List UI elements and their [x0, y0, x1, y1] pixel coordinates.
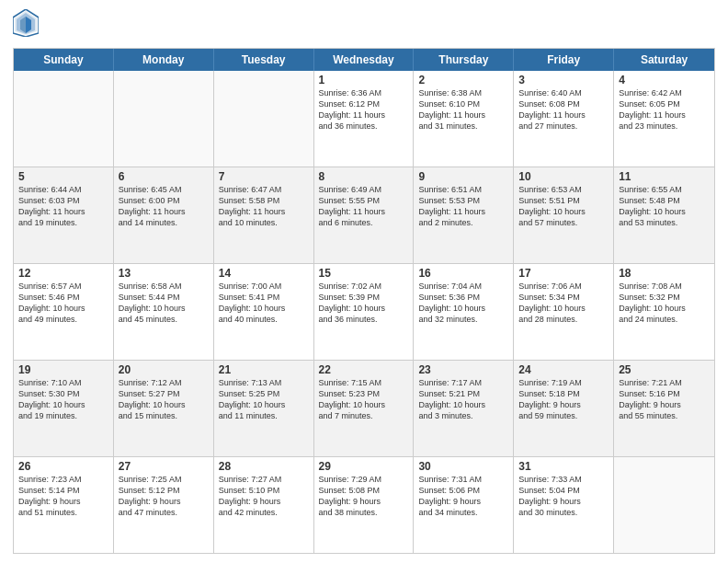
calendar-cell-26: 26Sunrise: 7:23 AM Sunset: 5:14 PM Dayli… [14, 457, 114, 553]
calendar-row-2: 12Sunrise: 6:57 AM Sunset: 5:46 PM Dayli… [14, 263, 714, 360]
calendar-row-0: 1Sunrise: 6:36 AM Sunset: 6:12 PM Daylig… [14, 71, 714, 167]
calendar-row-4: 26Sunrise: 7:23 AM Sunset: 5:14 PM Dayli… [14, 456, 714, 553]
cell-daylight-info: Sunrise: 7:00 AM Sunset: 5:41 PM Dayligh… [219, 281, 309, 326]
cell-daylight-info: Sunrise: 7:31 AM Sunset: 5:06 PM Dayligh… [418, 474, 508, 519]
calendar-cell-8: 8Sunrise: 6:49 AM Sunset: 5:55 PM Daylig… [314, 167, 415, 263]
cell-daylight-info: Sunrise: 6:55 AM Sunset: 5:48 PM Dayligh… [619, 184, 710, 229]
cell-daylight-info: Sunrise: 7:06 AM Sunset: 5:34 PM Dayligh… [518, 281, 609, 326]
calendar-cell-19: 19Sunrise: 7:10 AM Sunset: 5:30 PM Dayli… [14, 361, 114, 456]
cell-daylight-info: Sunrise: 6:47 AM Sunset: 5:58 PM Dayligh… [219, 184, 309, 229]
cell-date-number: 15 [319, 267, 409, 280]
calendar-cell-17: 17Sunrise: 7:06 AM Sunset: 5:34 PM Dayli… [514, 264, 614, 360]
calendar-cell-18: 18Sunrise: 7:08 AM Sunset: 5:32 PM Dayli… [614, 264, 714, 360]
calendar-cell-20: 20Sunrise: 7:12 AM Sunset: 5:27 PM Dayli… [114, 361, 214, 456]
cell-date-number: 26 [18, 460, 108, 473]
cell-date-number: 5 [18, 170, 108, 183]
cell-daylight-info: Sunrise: 6:53 AM Sunset: 5:51 PM Dayligh… [518, 184, 609, 229]
cell-daylight-info: Sunrise: 6:38 AM Sunset: 6:10 PM Dayligh… [418, 87, 508, 132]
cell-daylight-info: Sunrise: 6:51 AM Sunset: 5:53 PM Dayligh… [418, 184, 508, 229]
calendar-row-3: 19Sunrise: 7:10 AM Sunset: 5:30 PM Dayli… [14, 360, 714, 456]
cell-date-number: 27 [119, 460, 209, 473]
calendar-cell-6: 6Sunrise: 6:45 AM Sunset: 6:00 PM Daylig… [114, 167, 214, 263]
cell-daylight-info: Sunrise: 7:12 AM Sunset: 5:27 PM Dayligh… [119, 377, 209, 422]
calendar-cell-22: 22Sunrise: 7:15 AM Sunset: 5:23 PM Dayli… [314, 361, 415, 456]
cell-date-number: 31 [518, 460, 609, 473]
calendar-header: SundayMondayTuesdayWednesdayThursdayFrid… [14, 49, 714, 71]
calendar-cell-4: 4Sunrise: 6:42 AM Sunset: 6:05 PM Daylig… [614, 71, 714, 167]
cell-date-number: 25 [619, 363, 710, 376]
cell-daylight-info: Sunrise: 7:13 AM Sunset: 5:25 PM Dayligh… [219, 377, 309, 422]
calendar-cell-24: 24Sunrise: 7:19 AM Sunset: 5:18 PM Dayli… [514, 361, 614, 456]
cell-date-number: 22 [319, 363, 409, 376]
calendar-cell-29: 29Sunrise: 7:29 AM Sunset: 5:08 PM Dayli… [314, 457, 415, 553]
calendar-cell-25: 25Sunrise: 7:21 AM Sunset: 5:16 PM Dayli… [614, 361, 714, 456]
calendar-cell-28: 28Sunrise: 7:27 AM Sunset: 5:10 PM Dayli… [214, 457, 314, 553]
logo-icon [13, 9, 39, 37]
cell-date-number: 10 [518, 170, 609, 183]
cell-daylight-info: Sunrise: 6:49 AM Sunset: 5:55 PM Dayligh… [319, 184, 409, 229]
cell-date-number: 1 [319, 74, 409, 86]
cell-date-number: 8 [319, 170, 409, 183]
calendar-cell-14: 14Sunrise: 7:00 AM Sunset: 5:41 PM Dayli… [214, 264, 314, 360]
calendar-cell-27: 27Sunrise: 7:25 AM Sunset: 5:12 PM Dayli… [114, 457, 214, 553]
calendar-cell-empty-0-1 [114, 71, 214, 167]
calendar-cell-10: 10Sunrise: 6:53 AM Sunset: 5:51 PM Dayli… [514, 167, 614, 263]
cell-date-number: 18 [619, 267, 710, 280]
cell-date-number: 9 [418, 170, 508, 183]
calendar-cell-30: 30Sunrise: 7:31 AM Sunset: 5:06 PM Dayli… [414, 457, 514, 553]
calendar-cell-13: 13Sunrise: 6:58 AM Sunset: 5:44 PM Dayli… [114, 264, 214, 360]
cell-daylight-info: Sunrise: 6:44 AM Sunset: 6:03 PM Dayligh… [18, 184, 108, 229]
cell-date-number: 28 [219, 460, 309, 473]
cell-date-number: 21 [219, 363, 309, 376]
cell-date-number: 11 [619, 170, 710, 183]
calendar-cell-23: 23Sunrise: 7:17 AM Sunset: 5:21 PM Dayli… [414, 361, 514, 456]
calendar-cell-3: 3Sunrise: 6:40 AM Sunset: 6:08 PM Daylig… [514, 71, 614, 167]
calendar-cell-1: 1Sunrise: 6:36 AM Sunset: 6:12 PM Daylig… [314, 71, 415, 167]
calendar-row-1: 5Sunrise: 6:44 AM Sunset: 6:03 PM Daylig… [14, 167, 714, 263]
cell-date-number: 2 [418, 74, 508, 86]
cell-daylight-info: Sunrise: 7:27 AM Sunset: 5:10 PM Dayligh… [219, 474, 309, 519]
calendar-cell-16: 16Sunrise: 7:04 AM Sunset: 5:36 PM Dayli… [414, 264, 514, 360]
calendar-cell-31: 31Sunrise: 7:33 AM Sunset: 5:04 PM Dayli… [514, 457, 614, 553]
cell-daylight-info: Sunrise: 7:15 AM Sunset: 5:23 PM Dayligh… [319, 377, 409, 422]
cell-date-number: 16 [418, 267, 508, 280]
cell-daylight-info: Sunrise: 6:42 AM Sunset: 6:05 PM Dayligh… [619, 87, 710, 132]
cell-daylight-info: Sunrise: 7:29 AM Sunset: 5:08 PM Dayligh… [319, 474, 409, 519]
logo [13, 9, 42, 40]
cell-date-number: 4 [619, 74, 710, 86]
day-header-sunday: Sunday [14, 49, 114, 71]
calendar-body: 1Sunrise: 6:36 AM Sunset: 6:12 PM Daylig… [14, 71, 714, 553]
day-header-wednesday: Wednesday [314, 49, 415, 71]
calendar-cell-12: 12Sunrise: 6:57 AM Sunset: 5:46 PM Dayli… [14, 264, 114, 360]
cell-date-number: 6 [119, 170, 209, 183]
day-header-tuesday: Tuesday [214, 49, 314, 71]
cell-date-number: 7 [219, 170, 309, 183]
calendar-cell-9: 9Sunrise: 6:51 AM Sunset: 5:53 PM Daylig… [414, 167, 514, 263]
cell-daylight-info: Sunrise: 7:10 AM Sunset: 5:30 PM Dayligh… [18, 377, 108, 422]
cell-daylight-info: Sunrise: 7:33 AM Sunset: 5:04 PM Dayligh… [518, 474, 609, 519]
cell-date-number: 14 [219, 267, 309, 280]
calendar-cell-15: 15Sunrise: 7:02 AM Sunset: 5:39 PM Dayli… [314, 264, 415, 360]
calendar: SundayMondayTuesdayWednesdayThursdayFrid… [13, 48, 715, 554]
cell-daylight-info: Sunrise: 7:25 AM Sunset: 5:12 PM Dayligh… [119, 474, 209, 519]
cell-date-number: 23 [418, 363, 508, 376]
cell-date-number: 17 [518, 267, 609, 280]
day-header-monday: Monday [114, 49, 214, 71]
cell-daylight-info: Sunrise: 7:08 AM Sunset: 5:32 PM Dayligh… [619, 281, 710, 326]
cell-date-number: 20 [119, 363, 209, 376]
cell-date-number: 24 [518, 363, 609, 376]
calendar-cell-5: 5Sunrise: 6:44 AM Sunset: 6:03 PM Daylig… [14, 167, 114, 263]
cell-daylight-info: Sunrise: 7:02 AM Sunset: 5:39 PM Dayligh… [319, 281, 409, 326]
calendar-cell-empty-0-2 [214, 71, 314, 167]
calendar-cell-21: 21Sunrise: 7:13 AM Sunset: 5:25 PM Dayli… [214, 361, 314, 456]
cell-daylight-info: Sunrise: 6:36 AM Sunset: 6:12 PM Dayligh… [319, 87, 409, 132]
calendar-cell-7: 7Sunrise: 6:47 AM Sunset: 5:58 PM Daylig… [214, 167, 314, 263]
calendar-cell-2: 2Sunrise: 6:38 AM Sunset: 6:10 PM Daylig… [414, 71, 514, 167]
cell-date-number: 12 [18, 267, 108, 280]
calendar-cell-empty-0-0 [14, 71, 114, 167]
cell-date-number: 13 [119, 267, 209, 280]
cell-date-number: 19 [18, 363, 108, 376]
cell-date-number: 30 [418, 460, 508, 473]
header [13, 9, 715, 40]
cell-daylight-info: Sunrise: 7:23 AM Sunset: 5:14 PM Dayligh… [18, 474, 108, 519]
